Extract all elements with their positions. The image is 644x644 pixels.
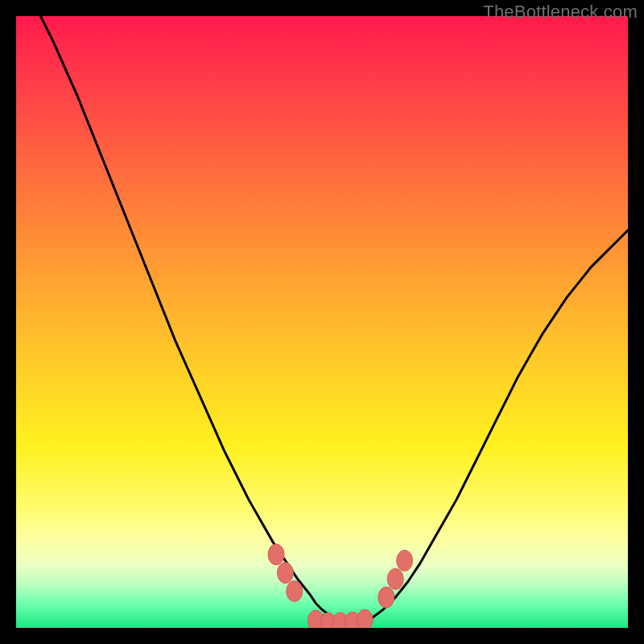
watermark-text: TheBottleneck.com	[483, 2, 638, 23]
curve-marker	[287, 580, 303, 601]
curve-marker	[268, 544, 284, 565]
chart-frame	[16, 16, 628, 628]
curve-marker	[387, 568, 403, 589]
bottleneck-chart	[16, 16, 628, 628]
gradient-background	[16, 16, 628, 628]
curve-marker	[357, 609, 373, 628]
curve-marker	[277, 563, 293, 584]
curve-marker	[378, 587, 394, 608]
curve-marker	[397, 550, 413, 571]
